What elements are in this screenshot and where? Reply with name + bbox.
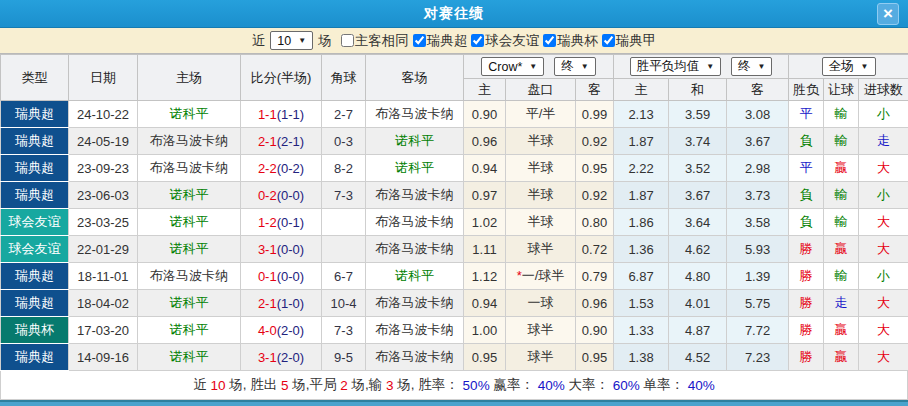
handicap-home-odds: 1.00 — [464, 317, 506, 344]
filter-checkbox[interactable]: 瑞典超 — [413, 32, 468, 50]
goals-result-cell: 大 — [859, 155, 908, 182]
fulltime-score: 1-1 — [258, 107, 277, 122]
odds-home: 2.13 — [614, 101, 669, 128]
checkbox-input[interactable] — [341, 34, 354, 47]
odds-draw: 4.80 — [669, 263, 727, 290]
handicap-time-select[interactable]: 终 ▼ — [554, 57, 595, 76]
fulltime-score: 2-2 — [258, 161, 277, 176]
league-badge: 瑞典超 — [1, 290, 69, 317]
odds-draw: 3.67 — [669, 182, 727, 209]
full-match-value: 全场 — [829, 58, 854, 75]
chevron-down-icon: ▼ — [529, 62, 537, 71]
goals-result-cell: 大 — [859, 290, 908, 317]
score-cell: 2-1(2-1) — [241, 128, 322, 155]
filter-checkbox[interactable]: 瑞典杯 — [543, 32, 598, 50]
handicap-line-text: 球半 — [528, 322, 554, 337]
summary-segment: 3 — [386, 378, 394, 393]
chevron-down-icon: ▼ — [758, 62, 766, 71]
halftime-score: (0-0) — [277, 188, 304, 203]
checkbox-input[interactable] — [543, 34, 556, 47]
result-cell: 勝 — [789, 263, 824, 290]
handicap-line-text: 半球 — [528, 160, 554, 175]
filter-checkbox[interactable]: 球会友谊 — [471, 32, 539, 50]
history-table: 类型 日期 主场 比分(半场) 角球 客场 Crow* ▼ 终 ▼ — [0, 54, 908, 371]
away-team: 布洛马波卡纳 — [366, 290, 464, 317]
full-match-select[interactable]: 全场 ▼ — [822, 57, 876, 76]
handicap-away-odds: 0.95 — [576, 155, 614, 182]
filter-checkbox[interactable]: 瑞典甲 — [602, 32, 657, 50]
give-result-cell: 贏 — [824, 236, 859, 263]
result-cell: 勝 — [789, 317, 824, 344]
score-cell: 4-0(2-0) — [241, 317, 322, 344]
near-label: 近 — [252, 32, 266, 50]
col-header-score: 比分(半场) — [241, 55, 322, 101]
score-cell: 3-1(2-0) — [241, 344, 322, 371]
col-header-away: 客场 — [366, 55, 464, 101]
corner-score: 8-2 — [322, 155, 366, 182]
fulltime-score: 2-1 — [258, 296, 277, 311]
subheader-handicap-away: 客 — [576, 79, 614, 101]
odds-away: 3.08 — [727, 101, 789, 128]
home-team: 诺科平 — [138, 236, 241, 263]
filter-checkbox[interactable]: 主客相同 — [341, 32, 409, 50]
summary-segment: 50% — [463, 378, 490, 393]
corner-score — [322, 209, 366, 236]
handicap-away-odds: 0.72 — [576, 236, 614, 263]
fulltime-score: 0-1 — [258, 269, 277, 284]
handicap-away-odds: 0.80 — [576, 209, 614, 236]
checkbox-input[interactable] — [471, 34, 484, 47]
goals-result-cell: 小 — [859, 263, 908, 290]
league-badge: 瑞典超 — [1, 101, 69, 128]
handicap-home-odds: 0.97 — [464, 182, 506, 209]
goals-result-cell: 大 — [859, 236, 908, 263]
goals-result-cell: 小 — [859, 101, 908, 128]
match-date: 23-06-03 — [69, 182, 138, 209]
odds-home: 1.87 — [614, 128, 669, 155]
subheader-result: 胜负 — [789, 79, 824, 101]
history-table-body: 瑞典超 24-10-22 诺科平 1-1(1-1) 2-7 布洛马波卡纳 0.9… — [1, 101, 908, 371]
league-badge: 瑞典超 — [1, 155, 69, 182]
handicap-line-text: 半球 — [528, 133, 554, 148]
checkbox-input[interactable] — [602, 34, 615, 47]
result-cell: 平 — [789, 101, 824, 128]
odds-time-select[interactable]: 终 ▼ — [731, 57, 772, 76]
away-team: 布洛马波卡纳 — [366, 317, 464, 344]
handicap-line: 半球 — [506, 128, 576, 155]
give-result-cell: 輸 — [824, 263, 859, 290]
chevron-down-icon: ▼ — [581, 62, 589, 71]
odds-draw: 3.74 — [669, 128, 727, 155]
checkbox-input[interactable] — [413, 34, 426, 47]
col-header-home: 主场 — [138, 55, 241, 101]
handicap-line-text: 一/球半 — [522, 268, 565, 283]
odds-draw: 4.52 — [669, 344, 727, 371]
odds-average-select[interactable]: 胜平负均值 ▼ — [630, 57, 721, 76]
odds-home: 6.87 — [614, 263, 669, 290]
summary-segment: 场, 胜出 — [226, 376, 282, 394]
handicap-line-text: 半球 — [528, 187, 554, 202]
give-result-cell: 輸 — [824, 128, 859, 155]
handicap-time-value: 终 — [561, 58, 574, 75]
result-header-group: 全场 ▼ — [789, 55, 908, 79]
match-count-select[interactable]: 10 ▼ — [270, 31, 313, 50]
handicap-header-group: Crow* ▼ 终 ▼ — [464, 55, 614, 79]
table-row: 球会友谊 23-03-25 诺科平 1-2(0-1) 布洛马波卡纳 1.02 半… — [1, 209, 908, 236]
summary-segment: 40% — [688, 378, 715, 393]
handicap-company-select[interactable]: Crow* ▼ — [481, 57, 544, 76]
score-cell: 2-2(0-2) — [241, 155, 322, 182]
fulltime-score: 3-1 — [258, 242, 277, 257]
subheader-odds-draw: 和 — [669, 79, 727, 101]
goals-result-cell: 大 — [859, 317, 908, 344]
match-date: 17-03-20 — [69, 317, 138, 344]
match-date: 22-01-29 — [69, 236, 138, 263]
close-icon[interactable]: × — [877, 3, 899, 25]
filter-bar: 近 10 ▼ 场 主客相同瑞典超球会友谊瑞典杯瑞典甲 — [0, 28, 908, 54]
col-header-type: 类型 — [1, 55, 69, 101]
result-cell: 勝 — [789, 344, 824, 371]
odds-home: 1.53 — [614, 290, 669, 317]
away-team: 布洛马波卡纳 — [366, 344, 464, 371]
odds-home: 1.86 — [614, 209, 669, 236]
league-badge: 瑞典超 — [1, 344, 69, 371]
handicap-company-value: Crow* — [488, 60, 522, 74]
subheader-give: 让球 — [824, 79, 859, 101]
subheader-odds-away: 客 — [727, 79, 789, 101]
